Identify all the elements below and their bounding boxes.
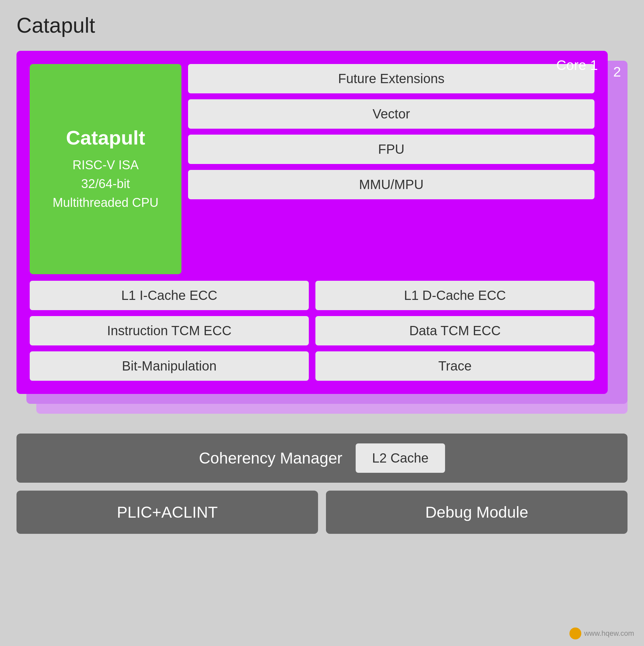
core-1-block: Core 1 Catapult RISC-V ISA 32/64-bit Mul…: [16, 51, 608, 394]
core-inner: Catapult RISC-V ISA 32/64-bit Multithrea…: [30, 64, 595, 381]
l2-cache-box: L2 Cache: [356, 443, 445, 473]
catapult-subtitle: RISC-V ISA 32/64-bit Multithreaded CPU: [52, 156, 158, 212]
lower-section: Coherency Manager L2 Cache PLIC+ACLINT D…: [16, 434, 628, 534]
l1-dcache-box: L1 D-Cache ECC: [315, 281, 595, 310]
debug-module-box: Debug Module: [326, 491, 628, 534]
catapult-title: Catapult: [66, 126, 145, 149]
instruction-tcm-box: Instruction TCM ECC: [30, 316, 309, 345]
bottom-row-1: L1 I-Cache ECC L1 D-Cache ECC: [30, 281, 595, 310]
core-top-row: Catapult RISC-V ISA 32/64-bit Multithrea…: [30, 64, 595, 274]
plic-aclint-box: PLIC+ACLINT: [16, 491, 318, 534]
fpu-box: FPU: [188, 135, 595, 164]
trace-box: Trace: [315, 351, 595, 381]
extensions-column: Future Extensions Vector FPU MMU/MPU: [188, 64, 595, 274]
main-content: 8 2 Core 1 Catapult RISC-V ISA 32/64-bit: [16, 51, 628, 534]
l1-icache-box: L1 I-Cache ECC: [30, 281, 309, 310]
cores-stack: 8 2 Core 1 Catapult RISC-V ISA 32/64-bit: [16, 51, 628, 414]
coherency-manager-label: Coherency Manager: [199, 449, 342, 467]
bottom-rows: L1 I-Cache ECC L1 D-Cache ECC Instructio…: [30, 281, 595, 381]
catapult-cpu-box: Catapult RISC-V ISA 32/64-bit Multithrea…: [30, 64, 182, 274]
data-tcm-box: Data TCM ECC: [315, 316, 595, 345]
page-title: Catapult: [16, 13, 628, 37]
bottom-row-2: Instruction TCM ECC Data TCM ECC: [30, 316, 595, 345]
future-extensions-box: Future Extensions: [188, 64, 595, 93]
bottom-row-3: Bit-Manipulation Trace: [30, 351, 595, 381]
vector-box: Vector: [188, 99, 595, 129]
watermark: www.hqew.com: [569, 628, 634, 639]
watermark-text: www.hqew.com: [584, 629, 634, 638]
mmu-mpu-box: MMU/MPU: [188, 170, 595, 199]
bottom-modules-row: PLIC+ACLINT Debug Module: [16, 491, 628, 534]
core-2-label: 2: [613, 64, 621, 80]
bit-manipulation-box: Bit-Manipulation: [30, 351, 309, 381]
watermark-icon: [569, 628, 581, 639]
coherency-row: Coherency Manager L2 Cache: [16, 434, 628, 483]
core-1-label: Core 1: [556, 58, 598, 73]
